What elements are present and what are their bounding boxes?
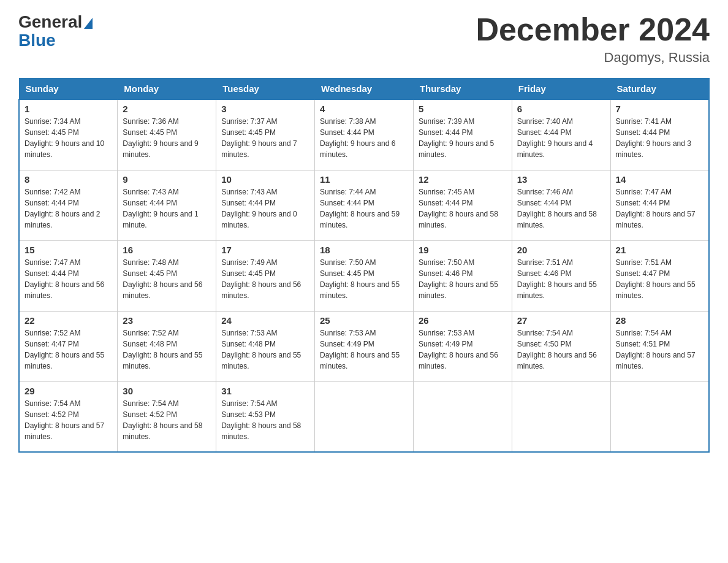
day-info: Sunrise: 7:51 AMSunset: 4:47 PMDaylight:…: [616, 257, 703, 301]
day-number: 17: [221, 245, 309, 255]
calendar-cell: 7Sunrise: 7:41 AMSunset: 4:44 PMDaylight…: [610, 99, 709, 170]
day-info: Sunrise: 7:53 AMSunset: 4:49 PMDaylight:…: [320, 327, 408, 372]
calendar-cell: 15Sunrise: 7:47 AMSunset: 4:44 PMDayligh…: [19, 240, 118, 311]
day-number: 5: [419, 104, 507, 114]
location-label: Dagomys, Russia: [476, 50, 710, 66]
calendar-cell: 1Sunrise: 7:34 AMSunset: 4:45 PMDaylight…: [19, 99, 118, 170]
day-number: 8: [25, 174, 112, 185]
day-info: Sunrise: 7:36 AMSunset: 4:45 PMDaylight:…: [123, 116, 211, 160]
calendar-cell: 25Sunrise: 7:53 AMSunset: 4:49 PMDayligh…: [315, 311, 414, 381]
calendar-cell: 23Sunrise: 7:52 AMSunset: 4:48 PMDayligh…: [118, 311, 216, 381]
day-info: Sunrise: 7:41 AMSunset: 4:44 PMDaylight:…: [616, 116, 703, 160]
calendar-cell: 28Sunrise: 7:54 AMSunset: 4:51 PMDayligh…: [610, 311, 709, 381]
calendar-cell: 6Sunrise: 7:40 AMSunset: 4:44 PMDaylight…: [512, 99, 610, 170]
day-info: Sunrise: 7:47 AMSunset: 4:44 PMDaylight:…: [616, 186, 703, 231]
day-info: Sunrise: 7:54 AMSunset: 4:53 PMDaylight:…: [221, 398, 309, 442]
calendar-cell: 13Sunrise: 7:46 AMSunset: 4:44 PMDayligh…: [512, 170, 610, 240]
day-info: Sunrise: 7:50 AMSunset: 4:46 PMDaylight:…: [419, 257, 507, 301]
calendar-table: SundayMondayTuesdayWednesdayThursdayFrid…: [18, 78, 710, 453]
calendar-cell: 5Sunrise: 7:39 AMSunset: 4:44 PMDaylight…: [413, 99, 512, 170]
day-info: Sunrise: 7:52 AMSunset: 4:47 PMDaylight:…: [25, 327, 112, 372]
calendar-cell: 26Sunrise: 7:53 AMSunset: 4:49 PMDayligh…: [413, 311, 512, 381]
calendar-cell: 8Sunrise: 7:42 AMSunset: 4:44 PMDaylight…: [19, 170, 118, 240]
day-number: 23: [123, 315, 211, 326]
logo-general-text: General: [18, 12, 82, 32]
header-wednesday: Wednesday: [315, 79, 414, 100]
header-friday: Friday: [512, 79, 610, 100]
day-info: Sunrise: 7:46 AMSunset: 4:44 PMDaylight:…: [517, 186, 605, 231]
day-number: 2: [123, 104, 211, 114]
day-info: Sunrise: 7:44 AMSunset: 4:44 PMDaylight:…: [320, 186, 408, 231]
day-info: Sunrise: 7:54 AMSunset: 4:51 PMDaylight:…: [616, 327, 703, 372]
calendar-cell: 17Sunrise: 7:49 AMSunset: 4:45 PMDayligh…: [216, 240, 315, 311]
day-info: Sunrise: 7:54 AMSunset: 4:52 PMDaylight:…: [123, 398, 211, 442]
week-row-2: 8Sunrise: 7:42 AMSunset: 4:44 PMDaylight…: [19, 170, 709, 240]
day-info: Sunrise: 7:45 AMSunset: 4:44 PMDaylight:…: [419, 186, 507, 231]
day-number: 16: [123, 245, 211, 255]
day-number: 31: [221, 386, 309, 396]
day-number: 30: [123, 386, 211, 396]
week-row-4: 22Sunrise: 7:52 AMSunset: 4:47 PMDayligh…: [19, 311, 709, 381]
calendar-cell: [315, 381, 414, 452]
calendar-cell: 27Sunrise: 7:54 AMSunset: 4:50 PMDayligh…: [512, 311, 610, 381]
calendar-cell: 4Sunrise: 7:38 AMSunset: 4:44 PMDaylight…: [315, 99, 414, 170]
calendar-cell: 10Sunrise: 7:43 AMSunset: 4:44 PMDayligh…: [216, 170, 315, 240]
day-info: Sunrise: 7:51 AMSunset: 4:46 PMDaylight:…: [517, 257, 605, 301]
logo-blue-text: Blue: [18, 31, 56, 50]
calendar-cell: 11Sunrise: 7:44 AMSunset: 4:44 PMDayligh…: [315, 170, 414, 240]
day-number: 13: [517, 174, 605, 185]
week-row-5: 29Sunrise: 7:54 AMSunset: 4:52 PMDayligh…: [19, 381, 709, 452]
title-section: December 2024 Dagomys, Russia: [476, 12, 710, 66]
day-number: 24: [221, 315, 309, 326]
header-saturday: Saturday: [610, 79, 709, 100]
day-info: Sunrise: 7:54 AMSunset: 4:50 PMDaylight:…: [517, 327, 605, 372]
day-info: Sunrise: 7:37 AMSunset: 4:45 PMDaylight:…: [221, 116, 309, 160]
calendar-cell: 9Sunrise: 7:43 AMSunset: 4:44 PMDaylight…: [118, 170, 216, 240]
calendar-cell: 16Sunrise: 7:48 AMSunset: 4:45 PMDayligh…: [118, 240, 216, 311]
day-number: 22: [25, 315, 112, 326]
calendar-cell: 30Sunrise: 7:54 AMSunset: 4:52 PMDayligh…: [118, 381, 216, 452]
page-header: General Blue December 2024 Dagomys, Russ…: [18, 12, 710, 66]
day-number: 19: [419, 245, 507, 255]
day-number: 21: [616, 245, 703, 255]
logo-triangle-icon: [84, 18, 93, 29]
day-info: Sunrise: 7:38 AMSunset: 4:44 PMDaylight:…: [320, 116, 408, 160]
day-number: 27: [517, 315, 605, 326]
calendar-cell: [512, 381, 610, 452]
calendar-cell: 20Sunrise: 7:51 AMSunset: 4:46 PMDayligh…: [512, 240, 610, 311]
calendar-cell: [413, 381, 512, 452]
header-tuesday: Tuesday: [216, 79, 315, 100]
calendar-cell: 31Sunrise: 7:54 AMSunset: 4:53 PMDayligh…: [216, 381, 315, 452]
day-info: Sunrise: 7:39 AMSunset: 4:44 PMDaylight:…: [419, 116, 507, 160]
day-number: 28: [616, 315, 703, 326]
day-info: Sunrise: 7:52 AMSunset: 4:48 PMDaylight:…: [123, 327, 211, 372]
calendar-cell: 21Sunrise: 7:51 AMSunset: 4:47 PMDayligh…: [610, 240, 709, 311]
day-number: 1: [25, 104, 112, 114]
calendar-cell: 24Sunrise: 7:53 AMSunset: 4:48 PMDayligh…: [216, 311, 315, 381]
day-number: 26: [419, 315, 507, 326]
day-number: 12: [419, 174, 507, 185]
calendar-cell: 22Sunrise: 7:52 AMSunset: 4:47 PMDayligh…: [19, 311, 118, 381]
logo: General Blue: [18, 12, 93, 50]
header-row: SundayMondayTuesdayWednesdayThursdayFrid…: [19, 79, 709, 100]
day-number: 3: [221, 104, 309, 114]
day-info: Sunrise: 7:54 AMSunset: 4:52 PMDaylight:…: [25, 398, 112, 442]
day-number: 11: [320, 174, 408, 185]
day-info: Sunrise: 7:53 AMSunset: 4:48 PMDaylight:…: [221, 327, 309, 372]
day-info: Sunrise: 7:48 AMSunset: 4:45 PMDaylight:…: [123, 257, 211, 301]
calendar-cell: 2Sunrise: 7:36 AMSunset: 4:45 PMDaylight…: [118, 99, 216, 170]
month-title: December 2024: [476, 12, 710, 47]
header-monday: Monday: [118, 79, 216, 100]
day-number: 4: [320, 104, 408, 114]
header-sunday: Sunday: [19, 79, 118, 100]
calendar-cell: 19Sunrise: 7:50 AMSunset: 4:46 PMDayligh…: [413, 240, 512, 311]
day-info: Sunrise: 7:47 AMSunset: 4:44 PMDaylight:…: [25, 257, 112, 301]
day-info: Sunrise: 7:53 AMSunset: 4:49 PMDaylight:…: [419, 327, 507, 372]
day-number: 25: [320, 315, 408, 326]
calendar-cell: [610, 381, 709, 452]
day-number: 9: [123, 174, 211, 185]
calendar-cell: 18Sunrise: 7:50 AMSunset: 4:45 PMDayligh…: [315, 240, 414, 311]
day-info: Sunrise: 7:43 AMSunset: 4:44 PMDaylight:…: [123, 186, 211, 231]
week-row-3: 15Sunrise: 7:47 AMSunset: 4:44 PMDayligh…: [19, 240, 709, 311]
day-number: 14: [616, 174, 703, 185]
